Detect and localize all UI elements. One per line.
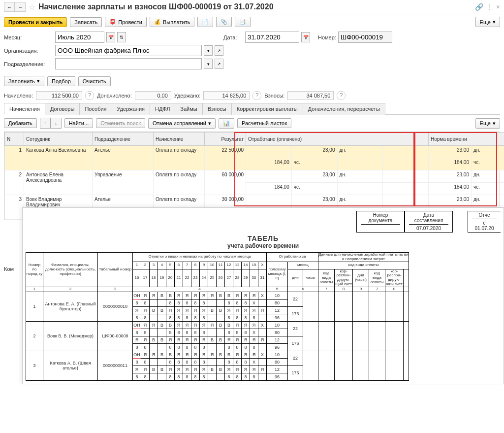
dept-dropdown-icon[interactable]: ▾	[204, 59, 213, 69]
month-calendar-icon[interactable]: 📅	[106, 32, 115, 42]
clear-button[interactable]: Очистить	[78, 76, 111, 86]
withheld-value: 14 625,00	[203, 91, 250, 100]
addl-label: Доначислено:	[97, 93, 132, 99]
dept-input[interactable]	[55, 58, 202, 69]
post-and-close-button[interactable]: Провести и закрыть	[4, 17, 67, 27]
timesheet-window: Номер документа Дата составления 07.07.2…	[22, 207, 504, 384]
addl-value: 0,00	[135, 91, 171, 100]
tab-4[interactable]: НДФЛ	[150, 103, 175, 115]
org-dropdown-icon[interactable]: ▾	[204, 45, 213, 56]
fill-button[interactable]: Заполнить ▾	[4, 76, 44, 86]
add-button[interactable]: Добавить	[4, 118, 37, 128]
date-label: Дата:	[223, 34, 243, 40]
number-label: Номер:	[318, 34, 336, 40]
tool-icon-grid[interactable]: 📊	[219, 118, 234, 129]
accrued-help-icon[interactable]: ?	[85, 91, 94, 100]
main-toolbar: Провести и закрыть Записать 📮Провести 💰В…	[0, 14, 504, 30]
withheld-help-icon[interactable]: ?	[252, 91, 261, 100]
titlebar: ← → ☆ Начисление зарплаты и взносов ШФ00…	[0, 0, 504, 14]
tab-2[interactable]: Пособия	[79, 103, 112, 115]
nav-back[interactable]: ←	[4, 2, 15, 12]
month-label: Месяц:	[4, 34, 53, 40]
contrib-value: 34 087,50	[287, 91, 334, 100]
pick-button[interactable]: Подбор	[47, 76, 75, 86]
save-button[interactable]: Записать	[70, 17, 102, 27]
accrued-value: 112 500,00	[36, 91, 82, 100]
month-input[interactable]	[55, 32, 104, 43]
header-fields: Месяц: 📅 ⇅ Дата: 📅 Номер: Организация: ▾…	[0, 30, 504, 73]
grid-toolbar: Добавить ↑ ↓ Найти... Отменить поиск Отм…	[0, 115, 504, 132]
find-button[interactable]: Найти...	[64, 118, 94, 128]
docnum-box: Номер документа	[356, 211, 405, 233]
window-title: Начисление зарплаты и взносов ШФ00-00001…	[38, 2, 475, 11]
move-up-icon[interactable]: ↑	[40, 118, 51, 129]
pay-button[interactable]: 💰Выплатить	[150, 17, 194, 27]
pay-icon: 💰	[154, 19, 161, 25]
favorite-star-icon[interactable]: ☆	[29, 2, 35, 12]
tab-8[interactable]: Доначисления, перерасчеты	[303, 103, 385, 115]
timesheet-table: Номер по поряд-куФамилия, инициалы, долж…	[26, 252, 409, 381]
withheld-label: Удержано:	[174, 93, 201, 99]
contrib-label: Взносы:	[264, 93, 284, 99]
post-button[interactable]: 📮Провести	[105, 17, 147, 27]
date-calendar-icon[interactable]: 📅	[301, 32, 310, 42]
number-input	[338, 32, 392, 43]
report-box: Отче с 01.07.20	[468, 211, 501, 233]
totals-row: Начислено: 112 500,00 ? Доначислено: 0,0…	[0, 89, 504, 102]
org-label: Организация:	[4, 48, 53, 54]
accrued-label: Начислено:	[4, 93, 33, 99]
sheet-title: ТАБЕЛЬ	[26, 234, 501, 242]
tool-icon-1[interactable]: 📄	[197, 17, 213, 27]
org-input[interactable]	[55, 45, 202, 56]
contrib-help-icon[interactable]: ?	[337, 91, 346, 100]
tab-5[interactable]: Займы	[175, 103, 202, 115]
payslip-button[interactable]: Расчетный листок	[237, 118, 291, 128]
link-icon[interactable]: 🔗	[475, 3, 483, 11]
dept-open-icon[interactable]: ↗	[215, 59, 223, 69]
sheet-subtitle: учета рабочего времени	[26, 242, 501, 249]
more-button[interactable]: Еще ▾	[475, 17, 500, 27]
nav-fwd[interactable]: →	[15, 2, 26, 12]
menu-dots-icon[interactable]: ⋮	[486, 3, 493, 11]
tab-7[interactable]: Корректировки выплаты	[231, 103, 303, 115]
tab-0[interactable]: Начисления	[4, 103, 45, 115]
cancel-find-button[interactable]: Отменить поиск	[96, 118, 145, 128]
close-icon[interactable]: ×	[496, 3, 500, 11]
tab-1[interactable]: Договоры	[45, 103, 80, 115]
fill-toolbar: Заполнить ▾ Подбор Очистить	[0, 73, 504, 89]
dept-label: Подразделение:	[4, 61, 53, 67]
accruals-grid[interactable]: NСотрудникПодразделениеНачислениеРезульт…	[4, 132, 500, 220]
org-open-icon[interactable]: ↗	[215, 45, 223, 56]
move-down-icon[interactable]: ↓	[51, 118, 62, 129]
docdate-box: Дата составления 07.07.2020	[405, 211, 453, 233]
tab-6[interactable]: Взносы	[202, 103, 232, 115]
comment-label: Ком	[0, 263, 18, 275]
cancel-fixes-button[interactable]: Отмена исправлений ▾	[148, 118, 216, 129]
tabs: НачисленияДоговорыПособияУдержанияНДФЛЗа…	[4, 102, 500, 115]
grid-more-button[interactable]: Еще ▾	[475, 118, 500, 129]
tab-3[interactable]: Удержания	[112, 103, 150, 115]
post-icon: 📮	[109, 19, 116, 25]
date-input[interactable]	[245, 32, 299, 43]
tool-icon-3[interactable]: 📑	[235, 17, 251, 27]
attachment-icon[interactable]: 📎	[216, 17, 232, 27]
month-spin-icon[interactable]: ⇅	[117, 32, 126, 42]
